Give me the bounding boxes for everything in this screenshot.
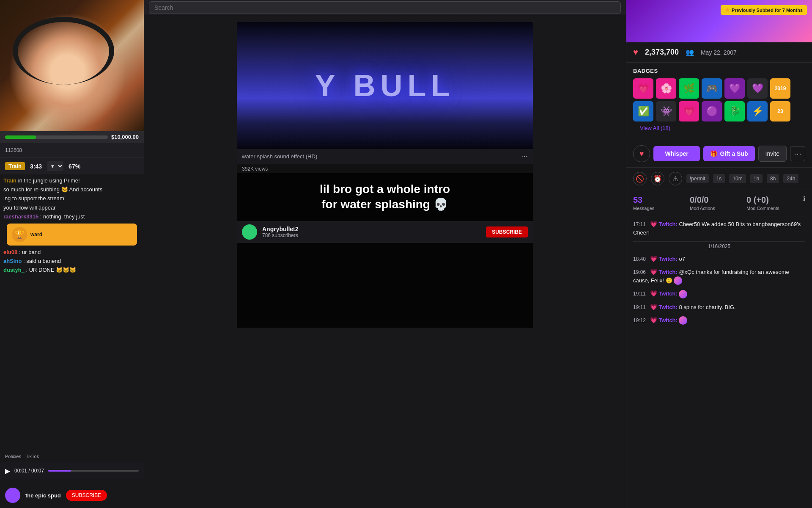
mod-tools: 🚫 ⏰ ⚠ !permit 1s 10m 1h 8h 24h: [626, 168, 812, 190]
footer-links: Policies TikTok: [0, 450, 144, 462]
badge-item[interactable]: ✅: [633, 101, 653, 121]
twitch-heart-icon: 💗: [650, 304, 657, 310]
mod-comments-stat: 0 (+0) Mod Comments: [746, 195, 803, 211]
train-label: Train: [5, 162, 25, 170]
gift-icon: 🎁: [710, 150, 717, 157]
twitch-heart-icon: 💗: [650, 290, 657, 297]
message-entry: 19:11 💗 Twitch: 8 spins for charity. BIG…: [633, 303, 805, 312]
chat-username: elu08: [3, 249, 17, 255]
chat-username: raeshark3315: [3, 213, 38, 220]
emote-icon: [674, 276, 682, 285]
timeout-24h-button[interactable]: 24h: [783, 174, 798, 183]
badge-item[interactable]: 🌸: [656, 78, 676, 99]
channel-avatar: [242, 224, 257, 240]
bottom-action-button[interactable]: SUBSCRIBE: [66, 490, 107, 501]
channel-subscribers: 786 subscribers: [262, 232, 299, 238]
twitch-heart-icon: 💗: [650, 268, 657, 275]
messages-count: 53: [633, 195, 690, 205]
ban-icon[interactable]: 🚫: [633, 172, 647, 185]
train-dropdown[interactable]: ▾: [47, 161, 63, 171]
chat-messages: Train in the jungle using Prime! so much…: [0, 174, 144, 450]
gift-sub-button[interactable]: 🎁 Gift a Sub: [703, 146, 754, 161]
timeout-1h-button[interactable]: 1h: [750, 174, 763, 183]
permit-label: !permit: [686, 174, 709, 183]
message-time: 18:40: [633, 256, 646, 262]
chat-message: dustyh_ : UR DONE 🐱🐱🐱: [3, 266, 140, 274]
mod-actions-stat: 0/0/0 Mod Actions: [690, 195, 746, 211]
timeout-8h-button[interactable]: 8h: [767, 174, 779, 183]
chat-message: ahSino : said u banend: [3, 257, 140, 265]
message-sender: Twitch:: [658, 269, 679, 275]
whisper-button[interactable]: Whisper: [653, 146, 700, 161]
message-sender: Twitch:: [658, 317, 679, 323]
view-all-badges-link[interactable]: View All (18): [633, 121, 805, 135]
timeout-1s-button[interactable]: 1s: [713, 174, 725, 183]
badge-item[interactable]: 🌿: [679, 78, 699, 99]
video-container: Y BULL water splash sound effect (HD) ⋯ …: [237, 22, 533, 173]
badge-item-2019[interactable]: 2019: [770, 78, 790, 99]
footer-link-tiktok[interactable]: TikTok: [26, 454, 39, 459]
more-options-button[interactable]: ⋯: [790, 146, 805, 161]
stats-info-icon[interactable]: ℹ: [803, 195, 805, 211]
video-views: 392K views: [242, 166, 268, 172]
subscribe-button[interactable]: SUBSCRIBE: [486, 226, 528, 237]
bottom-area: the epic spud SUBSCRIBE: [0, 483, 144, 508]
video-progress-bar[interactable]: [48, 470, 139, 472]
heart-icon: ♥: [633, 47, 638, 57]
chat-message: ing to support the stream!: [3, 195, 140, 202]
chat-message: you follow will appear: [3, 204, 140, 212]
search-input[interactable]: [149, 1, 621, 14]
stream-top-bar: 112608: [0, 143, 144, 158]
video-progress-fill: [48, 470, 71, 472]
notification-text: ward: [30, 232, 42, 237]
favorite-button[interactable]: ♥: [633, 145, 650, 162]
message-entry: 19:11 💗 Twitch:: [633, 289, 805, 298]
follow-date-icon: 👥: [686, 48, 694, 56]
mod-actions-label: Mod Actions: [690, 206, 746, 211]
message-time: 19:06: [633, 269, 646, 275]
mod-comments-count: 0 (+0): [746, 195, 803, 205]
invite-button[interactable]: Invite: [758, 146, 787, 162]
emote-icon: [679, 290, 687, 298]
chat-message: raeshark3315 : nothing, they just: [3, 213, 140, 221]
message-entry: 17:11 💗 Twitch: Cheer50 We added 50 Bits…: [633, 220, 805, 237]
user-stats-blocks: 53 Messages 0/0/0 Mod Actions 0 (+0) Mod…: [626, 190, 812, 216]
footer-link-policies[interactable]: Policies: [5, 454, 21, 459]
gift-sub-label: Gift a Sub: [720, 150, 748, 157]
badges-section: BADGES 💗 🌸 🌿 🎮 💜 💜 2019 ✅ 👾 💗 🟣 🐉 ⚡ 23 V…: [626, 63, 812, 140]
video-options-icon[interactable]: ⋯: [521, 152, 528, 160]
chat-username: dustyh_: [3, 267, 25, 273]
badges-grid: 💗 🌸 🌿 🎮 💜 💜 2019 ✅ 👾 💗 🟣 🐉 ⚡ 23: [633, 78, 805, 121]
badge-item[interactable]: 🐉: [724, 101, 745, 121]
badge-item[interactable]: 💗: [679, 101, 699, 121]
chat-username: Train: [3, 177, 16, 184]
badge-item[interactable]: 💗: [633, 78, 653, 99]
message-entry: 19:12 💗 Twitch:: [633, 316, 805, 325]
badge-item[interactable]: 💜: [747, 78, 768, 99]
badge-item[interactable]: 👾: [656, 101, 676, 121]
follow-date: May 22, 2007: [701, 49, 737, 56]
message-time: 19:11: [633, 304, 646, 310]
center-panel: Y BULL water splash sound effect (HD) ⋯ …: [144, 0, 626, 508]
train-timer: 3:43: [30, 163, 42, 170]
video-info-bar: water splash sound effect (HD) ⋯: [237, 149, 533, 164]
badge-item[interactable]: 💜: [724, 78, 745, 99]
date-separator: 1/16/2025: [633, 241, 805, 251]
video-thumbnail: Y BULL: [237, 22, 533, 149]
chat-message: Train in the jungle using Prime!: [3, 177, 140, 185]
message-entry: 19:06 💗 Twitch: @xQc thanks for fundrais…: [633, 268, 805, 285]
warn-icon[interactable]: ⚠: [669, 172, 682, 185]
badge-item[interactable]: ⚡: [747, 101, 768, 121]
badge-item-23[interactable]: 23: [770, 101, 790, 121]
stream-id: 112608: [5, 147, 22, 153]
chat-message: elu08 : ur band: [3, 248, 140, 256]
badge-item[interactable]: 🎮: [702, 78, 722, 99]
message-history: 17:11 💗 Twitch: Cheer50 We added 50 Bits…: [626, 216, 812, 508]
play-button[interactable]: ▶: [5, 467, 10, 475]
video-controls: ▶ 00:01 / 00:07: [0, 462, 144, 479]
timeout-icon[interactable]: ⏰: [651, 172, 664, 185]
video-caption: lil bro got a whole introfor water splas…: [237, 173, 533, 221]
badge-item[interactable]: 🟣: [702, 101, 722, 121]
webcam-bg: [0, 0, 144, 131]
timeout-10m-button[interactable]: 10m: [729, 174, 746, 183]
